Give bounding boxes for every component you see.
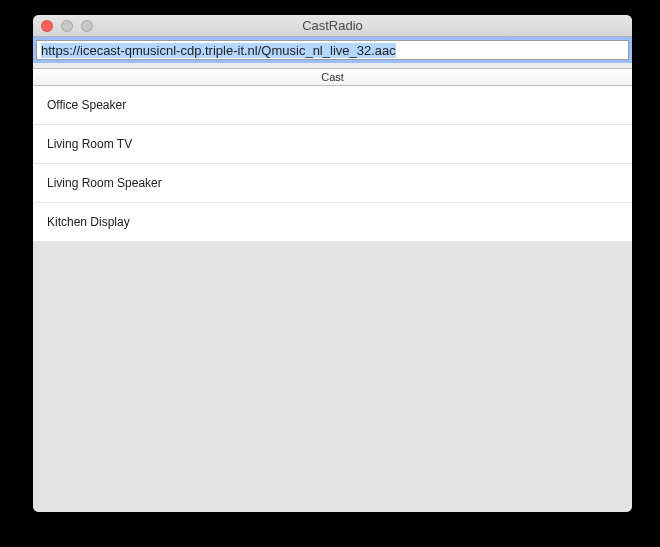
toolbar <box>33 37 632 60</box>
device-name: Living Room TV <box>47 137 132 151</box>
device-list[interactable]: Office Speaker Living Room TV Living Roo… <box>33 86 632 512</box>
maximize-icon[interactable] <box>81 20 93 32</box>
app-window: CastRadio Cast Office Speaker Living Roo… <box>33 15 632 512</box>
minimize-icon[interactable] <box>61 20 73 32</box>
device-name: Living Room Speaker <box>47 176 162 190</box>
list-item[interactable]: Living Room Speaker <box>33 164 632 203</box>
device-name: Kitchen Display <box>47 215 130 229</box>
device-name: Office Speaker <box>47 98 126 112</box>
titlebar: CastRadio <box>33 15 632 37</box>
window-title: CastRadio <box>33 18 632 33</box>
list-item[interactable]: Living Room TV <box>33 125 632 164</box>
cast-column-header[interactable]: Cast <box>33 68 632 86</box>
url-input[interactable] <box>36 40 629 60</box>
close-icon[interactable] <box>41 20 53 32</box>
traffic-lights <box>33 20 93 32</box>
list-item[interactable]: Office Speaker <box>33 86 632 125</box>
list-item[interactable]: Kitchen Display <box>33 203 632 242</box>
